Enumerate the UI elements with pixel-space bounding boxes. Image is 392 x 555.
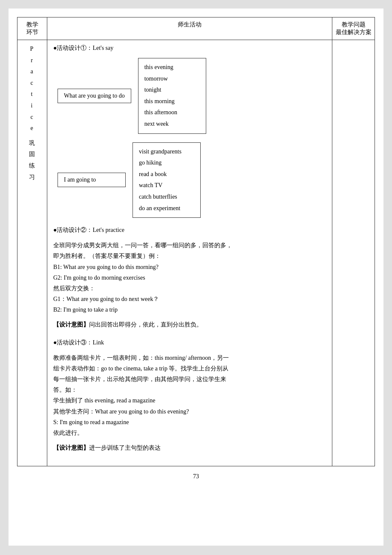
action-option: visit grandparents — [139, 146, 194, 158]
time-option: this morning — [144, 96, 200, 107]
boxes-row-1: What are you going to do this evening to… — [58, 58, 326, 134]
action-option: go hiking — [139, 157, 194, 169]
right-solution-cell — [332, 40, 375, 466]
action-option: catch butterflies — [139, 191, 194, 203]
answer-box: I am going to — [58, 173, 126, 187]
boxes-row-2: I am going to visit grandparents go hiki… — [58, 142, 326, 218]
activity3-header: ●活动设计③：Link — [53, 339, 326, 347]
main-content-cell: ●活动设计①：Let's say What are you going to d… — [47, 40, 332, 466]
header-col2: 师生活动 — [47, 17, 332, 40]
main-table: 教学 环节 师生活动 教学问题 最佳解决方案 P r — [17, 17, 375, 466]
section-label-cell: P r a c t i c e 巩 固 练 习 — [17, 40, 47, 466]
page-number: 73 — [17, 473, 375, 480]
activity2-content: 全班同学分成男女两大组，一问一答，看哪一组问的多，回答的多， 即为胜利者。（答案… — [53, 240, 326, 315]
activity3-content: 教师准备两组卡片，一组表时间，如：this morning/ afternoon… — [53, 353, 326, 439]
action-options-box: visit grandparents go hiking read a book… — [133, 142, 201, 218]
action-option: do an experiment — [139, 203, 194, 214]
page: 教学 环节 师生活动 教学问题 最佳解决方案 P r — [9, 9, 383, 546]
action-option: read a book — [139, 169, 194, 180]
time-option: tonight — [144, 84, 200, 96]
time-option: next week — [144, 119, 200, 130]
header-col1: 教学 环节 — [17, 17, 47, 40]
activity3-design-note: 【设计意图】进一步训练了主句型的表达 — [53, 442, 326, 453]
activity2-header: ●活动设计②：Let's practice — [53, 226, 326, 234]
time-option: this afternoon — [144, 107, 200, 119]
header-col3: 教学问题 最佳解决方案 — [332, 17, 375, 40]
table-header: 教学 环节 师生活动 教学问题 最佳解决方案 — [17, 17, 375, 40]
content-row: P r a c t i c e 巩 固 练 习 — [17, 40, 375, 466]
time-option: this evening — [144, 62, 200, 73]
time-options-box: this evening tomorrow tonight this morni… — [138, 58, 206, 134]
action-option: watch TV — [139, 180, 194, 191]
time-option: tomorrow — [144, 73, 200, 85]
activity2-design-note: 【设计意图】问出回答出即得分，依此，直到分出胜负。 — [53, 319, 326, 330]
activity1-header: ●活动设计①：Let's say — [53, 44, 326, 52]
question-box: What are you going to do — [58, 89, 131, 103]
